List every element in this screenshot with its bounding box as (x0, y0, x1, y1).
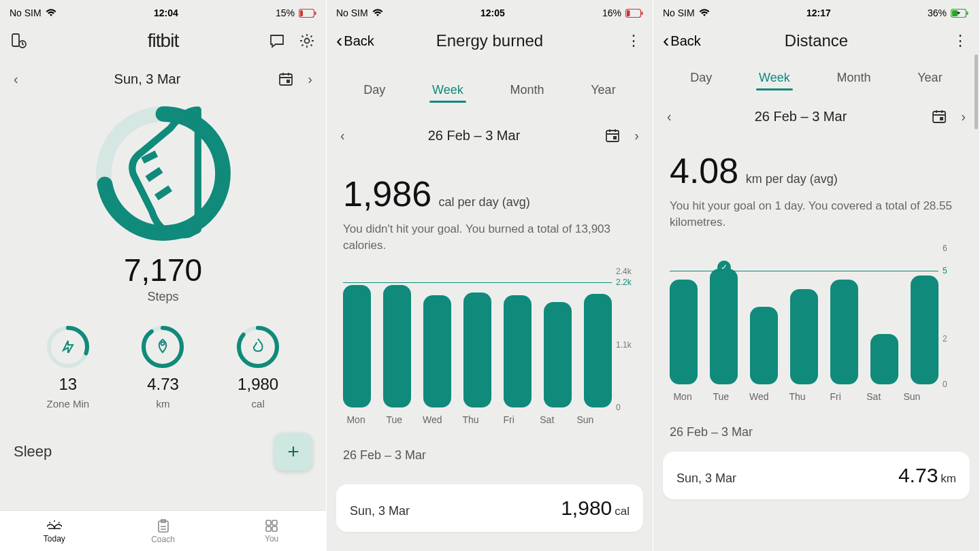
chart-bar[interactable] (710, 269, 738, 384)
chart-bar[interactable] (544, 302, 572, 407)
x-tick-label: Fri (823, 391, 849, 402)
tab-year[interactable]: Year (915, 67, 945, 92)
range-tabs: Day Week Month Year (327, 72, 653, 104)
chevron-right-icon[interactable]: › (961, 109, 966, 124)
zone-min-tile[interactable]: 13 Zone Min (44, 323, 92, 410)
chevron-left-icon[interactable]: ‹ (14, 71, 18, 87)
chart-bar[interactable] (870, 334, 898, 384)
more-icon[interactable]: ⋮ (624, 31, 643, 50)
chart-bar[interactable] (750, 307, 778, 384)
x-tick-label: Thu (784, 391, 810, 402)
shoe-icon (92, 101, 235, 246)
svg-rect-31 (940, 117, 943, 120)
tab-today[interactable]: Today (0, 511, 109, 551)
chart-bar[interactable] (584, 294, 612, 407)
chevron-left-icon: ‹ (663, 30, 669, 52)
clock: 12:05 (480, 7, 505, 18)
range-tabs: Day Week Month Year (653, 60, 979, 92)
chart-bar[interactable] (670, 280, 698, 384)
chart-bar[interactable] (463, 293, 491, 407)
tab-month[interactable]: Month (508, 79, 547, 104)
chevron-right-icon[interactable]: › (634, 128, 639, 144)
x-tick-label: Tue (708, 391, 734, 402)
x-tick-label: Sun (899, 391, 925, 402)
chart-bar[interactable] (423, 295, 451, 407)
svg-rect-28 (952, 10, 958, 16)
calendar-icon[interactable] (276, 69, 295, 88)
date-range[interactable]: 26 Feb – 3 Mar (345, 128, 604, 144)
date-range-navigator: ‹ 26 Feb – 3 Mar › (327, 116, 653, 154)
summary-text: You didn't hit your goal. You burned a t… (327, 217, 653, 254)
back-button[interactable]: ‹ Back (663, 30, 717, 52)
calendar-icon[interactable] (603, 126, 622, 145)
chart-bar[interactable] (830, 280, 858, 384)
day-card[interactable]: Sun, 3 Mar 1,980cal (336, 484, 643, 532)
svg-rect-24 (642, 12, 643, 15)
avg-number: 4.08 (670, 151, 738, 190)
pin-icon (156, 337, 169, 356)
calories-tile[interactable]: 1,980 cal (234, 323, 282, 410)
y-tick-label: 2.2k (616, 278, 632, 287)
chart-bar[interactable] (383, 285, 411, 407)
x-tick-label: Wed (746, 391, 772, 402)
tab-day[interactable]: Day (361, 79, 388, 104)
detail-navbar: ‹ Back Distance ⋮ (653, 22, 979, 60)
x-tick-label: Tue (381, 414, 407, 425)
date-navigator: ‹ Sun, 3 Mar › (0, 60, 326, 98)
chevron-left-icon[interactable]: ‹ (340, 128, 345, 144)
y-tick-label: 2 (943, 334, 947, 344)
distance-chart[interactable]: ✓6520MonTueWedThuFriSatSun (653, 231, 979, 406)
svg-rect-19 (272, 520, 277, 525)
list-header: 26 Feb – 3 Mar (327, 429, 653, 469)
svg-rect-25 (606, 131, 619, 141)
phone-distance: No SIM 12:17 36% ‹ Back Distance ⋮ Day W… (653, 0, 980, 551)
y-tick-label: 6 (943, 244, 947, 253)
back-button[interactable]: ‹ Back (336, 30, 391, 52)
chart-bar[interactable] (911, 276, 938, 384)
steps-ring[interactable]: 7,170 Steps (0, 98, 326, 304)
y-tick-label: 5 (943, 266, 947, 276)
tab-month[interactable]: Month (834, 67, 874, 92)
flame-icon (251, 337, 265, 356)
status-bar: No SIM 12:17 36% (653, 0, 979, 22)
add-button[interactable]: + (274, 433, 312, 471)
day-card[interactable]: Sun, 3 Mar 4.73km (663, 452, 970, 499)
chart-bar[interactable] (504, 295, 532, 407)
page-title: Energy burned (436, 31, 543, 50)
device-icon[interactable] (10, 31, 29, 50)
zone-icon (61, 338, 76, 356)
x-tick-label: Sat (534, 414, 560, 425)
tab-you[interactable]: You (217, 511, 326, 551)
battery-icon (299, 9, 316, 18)
current-date[interactable]: Sun, 3 Mar (18, 71, 277, 87)
status-bar: No SIM 12:05 16% (327, 0, 653, 22)
more-icon[interactable]: ⋮ (951, 31, 970, 50)
chevron-right-icon[interactable]: › (308, 71, 312, 87)
tab-coach[interactable]: Coach (109, 511, 218, 551)
battery-charging-icon (951, 9, 970, 18)
chat-icon[interactable] (267, 31, 287, 50)
distance-tile[interactable]: 4.73 km (139, 323, 186, 410)
battery-pct: 16% (602, 7, 621, 18)
gear-icon[interactable] (297, 31, 316, 50)
chart-bar[interactable] (790, 289, 818, 384)
calendar-icon[interactable] (930, 107, 949, 126)
steps-label: Steps (147, 290, 178, 304)
chart-bar[interactable] (343, 285, 371, 407)
svg-rect-29 (967, 12, 968, 15)
tab-day[interactable]: Day (687, 67, 715, 92)
tab-week[interactable]: Week (756, 67, 793, 92)
svg-rect-20 (266, 527, 271, 531)
avg-value: 1,986 cal per day (avg) (327, 168, 653, 217)
card-value: 4.73 (898, 464, 938, 486)
y-tick-label: 1.1k (616, 340, 632, 350)
tab-week[interactable]: Week (429, 79, 466, 104)
clock: 12:17 (806, 7, 831, 18)
date-range[interactable]: 26 Feb – 3 Mar (672, 109, 930, 124)
tab-year[interactable]: Year (588, 79, 618, 104)
chevron-left-icon[interactable]: ‹ (667, 109, 672, 124)
energy-chart[interactable]: 2.4k2.2k1.1k0MonTueWedThuFriSatSun (327, 254, 653, 429)
cal-value: 1,980 (238, 375, 278, 394)
scrollbar[interactable] (975, 54, 978, 129)
cal-label: cal (252, 398, 265, 410)
